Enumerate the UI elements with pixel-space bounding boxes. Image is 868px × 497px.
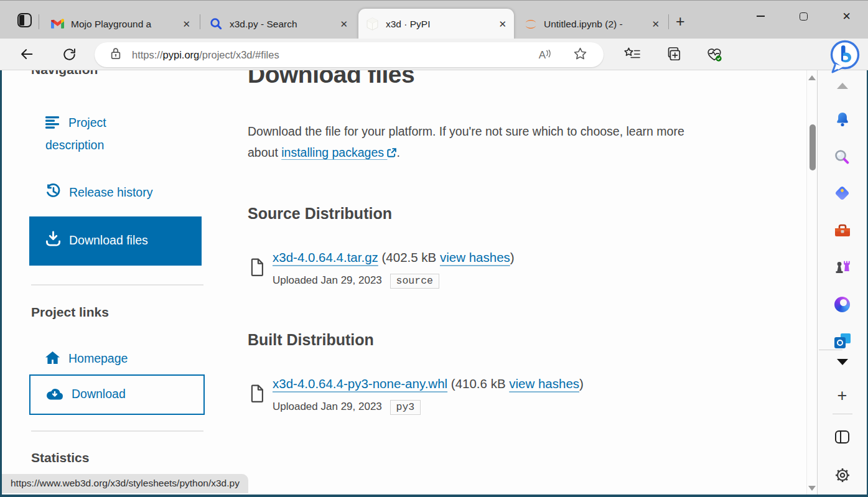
intro-paragraph: Download the file for your platform. If … (248, 121, 684, 163)
status-bar-url: https://www.web3d.org/x3d/stylesheets/py… (2, 474, 248, 493)
cloud-download-icon (46, 386, 63, 405)
home-icon (45, 351, 60, 369)
dropdown-caret-icon[interactable] (818, 359, 867, 365)
collapse-up-icon[interactable] (818, 83, 867, 89)
tab-title: Mojo Playground a (71, 19, 176, 30)
file-link-line: x3d-4.0.64.4-py3-none-any.whl (410.6 kB … (273, 376, 584, 391)
tab-divider (200, 14, 200, 29)
split-screen-icon[interactable] (818, 430, 867, 444)
close-button[interactable]: ✕ (825, 1, 868, 32)
history-icon (45, 183, 61, 205)
tab-x3d-pypi-active[interactable]: x3d · PyPI ✕ (358, 9, 514, 39)
sidebar-item-release-history[interactable]: Release history (29, 177, 202, 210)
page-scrollbar[interactable] (806, 70, 817, 495)
read-aloud-icon[interactable]: A (539, 50, 552, 60)
maximize-button[interactable] (782, 1, 825, 32)
file-icon (251, 258, 264, 279)
scroll-down-arrow[interactable] (808, 486, 816, 491)
url-path: /project/x3d/#files (199, 49, 279, 60)
file-size: (402.5 kB (382, 250, 437, 264)
project-links-heading: Project links (31, 305, 109, 320)
collections-icon (665, 46, 681, 62)
scroll-up-arrow[interactable] (808, 75, 816, 80)
file-meta: Uploaded Jan 29, 2023 source (273, 274, 439, 289)
url-text[interactable]: https://pypi.org/project/x3d/#files (132, 49, 279, 61)
microsoft-365-icon[interactable] (818, 297, 867, 312)
file-download-link[interactable]: x3d-4.0.64.4.tar.gz (273, 250, 378, 264)
lock-icon[interactable] (110, 47, 122, 63)
tab-title: Untitled.ipynb (2) - (544, 19, 645, 30)
new-tab-button[interactable]: + (676, 14, 685, 28)
close-icon: ✕ (842, 10, 851, 23)
tab-actions-menu-icon[interactable] (17, 13, 32, 27)
file-icon (251, 384, 264, 405)
sidebar-item-project-description[interactable]: Project description (29, 108, 202, 160)
notifications-bell-icon[interactable] (818, 111, 867, 128)
gmail-icon (51, 17, 64, 30)
file-meta: Uploaded Jan 29, 2023 py3 (273, 400, 421, 415)
toolbox-icon[interactable] (818, 223, 867, 238)
tab-strip: Mojo Playground a ✕ x3d.py - Search ✕ (0, 0, 868, 39)
view-hashes-link[interactable]: view hashes (440, 250, 510, 264)
games-chess-icon[interactable] (818, 259, 867, 275)
rail-divider (819, 350, 842, 350)
minimize-icon (757, 16, 765, 17)
browser-window: Mojo Playground a ✕ x3d.py - Search ✕ (0, 0, 868, 497)
page-viewport: Navigation Project description Release h… (2, 70, 806, 495)
rail-divider (833, 414, 852, 414)
url-host: pypi.org (163, 49, 200, 60)
link-download[interactable]: Download (29, 374, 205, 415)
window-border-bottom (0, 495, 868, 497)
tab-x3d-search[interactable]: x3d.py - Search ✕ (202, 9, 355, 39)
tab-divider (668, 14, 669, 29)
installing-packages-link[interactable]: installing packages (281, 146, 396, 159)
browser-essentials-button[interactable] (704, 39, 725, 70)
tab-close-icon[interactable]: ✕ (498, 19, 506, 29)
source-distribution-heading: Source Distribution (248, 205, 392, 223)
refresh-button[interactable] (58, 39, 80, 70)
settings-gear-icon[interactable] (818, 467, 867, 484)
link-homepage[interactable]: Homepage (29, 345, 205, 374)
file-download-link[interactable]: x3d-4.0.64.4-py3-none-any.whl (273, 376, 447, 391)
back-icon (19, 46, 35, 62)
tab-close-icon[interactable]: ✕ (651, 19, 660, 29)
bing-search-icon (210, 17, 223, 30)
favorite-star-icon[interactable] (573, 47, 587, 63)
search-magnifier-icon[interactable] (818, 149, 867, 165)
window-controls: ✕ (739, 1, 868, 32)
file-size: (410.6 kB (451, 376, 506, 391)
tab-close-icon[interactable]: ✕ (340, 19, 348, 29)
divider (31, 284, 203, 286)
window-border-left (0, 70, 2, 497)
intro-line2-prefix: about (248, 146, 281, 159)
statistics-heading: Statistics (31, 450, 89, 465)
refresh-icon (62, 47, 77, 62)
sidebar-item-label: Release history (69, 185, 152, 199)
shopping-tag-icon[interactable] (818, 188, 867, 198)
scrollbar-thumb[interactable] (810, 124, 816, 170)
tab-untitled-ipynb[interactable]: Untitled.ipynb (2) - ✕ (516, 9, 667, 39)
view-hashes-link[interactable]: view hashes (509, 376, 579, 391)
divider (31, 430, 203, 432)
download-icon (45, 231, 61, 253)
outlook-icon[interactable] (818, 333, 867, 348)
favorites-button[interactable] (622, 39, 643, 70)
nav-heading: Navigation (31, 70, 98, 77)
address-bar[interactable]: https://pypi.org/project/x3d/#files A (95, 42, 604, 67)
jupyter-icon (524, 17, 537, 30)
browser-essentials-icon (706, 46, 723, 63)
favorites-list-icon (623, 47, 641, 62)
minimize-button[interactable] (739, 1, 782, 32)
bing-chat-icon[interactable] (828, 39, 862, 75)
add-plus-icon[interactable]: + (818, 388, 867, 403)
edge-sidebar: + (818, 70, 867, 495)
sidebar-item-download-files[interactable]: Download files (29, 216, 202, 266)
link-label: Download (72, 387, 126, 401)
tab-mojo-playground[interactable]: Mojo Playground a ✕ (44, 9, 198, 39)
pypi-cube-icon (366, 17, 379, 30)
intro-suffix: . (396, 146, 399, 159)
tab-divider (39, 14, 39, 29)
collections-button[interactable] (663, 39, 684, 70)
back-button[interactable] (16, 39, 37, 70)
tab-close-icon[interactable]: ✕ (182, 19, 190, 29)
